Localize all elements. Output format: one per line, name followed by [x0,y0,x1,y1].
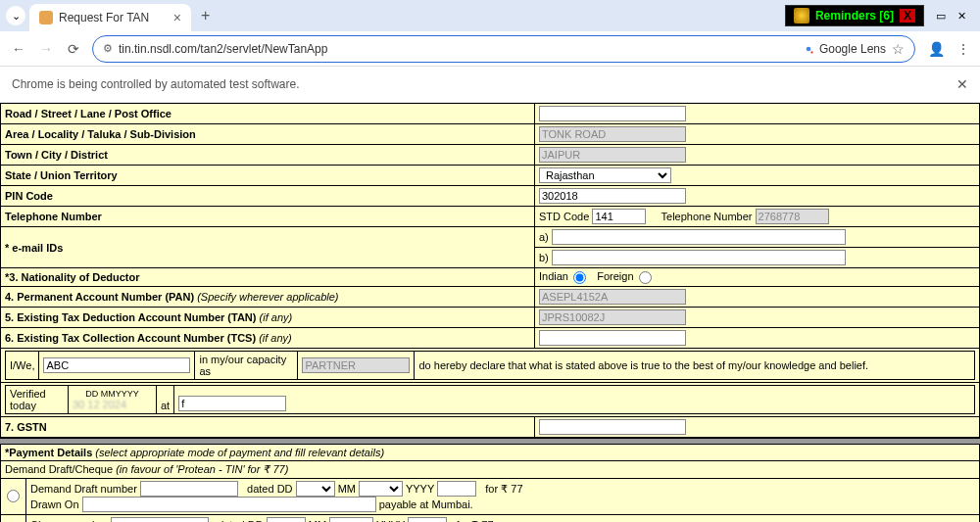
chrome-menu-button[interactable]: ⋮ [956,41,970,57]
url-text: tin.tin.nsdl.com/tan2/servlet/NewTanApp [119,42,802,56]
cheque-row: Cheque number dated DD MM YYYY for ₹ 77 … [26,514,980,522]
std-input[interactable] [592,209,646,224]
telephone-input[interactable] [756,209,829,224]
dd-dd-select[interactable] [296,481,335,497]
road-input[interactable] [539,106,686,121]
cheque-number-input[interactable] [111,517,209,522]
tab-dropdown[interactable]: ⌄ [6,6,25,25]
info-bar-close-icon[interactable]: ✕ [956,76,968,92]
nationality-indian-radio[interactable] [573,271,586,284]
dd-mm-select[interactable] [359,481,403,497]
lens-icon [802,42,815,56]
payment-dd-radio[interactable] [7,490,20,502]
state-select[interactable]: Rajasthan [539,167,671,183]
label-gstn: 7. GSTN [1,416,535,437]
tan-form: Road / Street / Lane / Post Office Area … [0,103,980,522]
declaration-row: I/We, in my/our capacity as do hereby de… [1,348,980,382]
payment-header: *Payment Details (select appropriate mod… [1,444,980,460]
tan-input[interactable] [539,309,686,325]
bookmark-icon[interactable]: ☆ [892,41,905,57]
gstn-input[interactable] [539,419,686,435]
dd-drawn-on-input[interactable] [82,497,376,512]
verified-place-input[interactable] [178,396,286,411]
tab-close-icon[interactable]: × [173,10,181,25]
window-restore-icon[interactable]: ▭ [936,10,946,23]
label-state: State / Union Territory [1,166,535,186]
label-area: Area / Locality / Taluka / Sub-Division [1,124,535,145]
tcs-input[interactable] [539,330,686,346]
svg-point-1 [810,51,812,53]
reminders-close-icon[interactable]: X [900,9,915,23]
label-tcs: 6. Existing Tax Collection Account Numbe… [1,327,535,348]
dd-number-input[interactable] [140,481,238,497]
label-town: Town / City / District [1,145,535,166]
cheque-yyyy-input[interactable] [408,517,447,522]
verified-row: Verified today DD MMYYYY30 12 2024 at [1,382,980,416]
label-pin: PIN Code [1,186,535,207]
tab-title: Request For TAN [59,11,173,24]
pin-input[interactable] [539,188,686,204]
label-pan: 4. Permanent Account Number (PAN) (Speci… [1,286,535,307]
browser-toolbar: ← → ⟳ ⚙ tin.tin.nsdl.com/tan2/servlet/Ne… [0,31,980,67]
label-nationality: *3. Nationality of Deductor [1,268,535,287]
dd-cheque-header: Demand Draft/Cheque (in favour of 'Prote… [1,460,980,478]
automation-info-bar: Chrome is being controlled by automated … [0,67,980,103]
new-tab-button[interactable]: + [201,7,210,24]
back-button[interactable]: ← [10,41,27,57]
email-a-input[interactable] [552,229,846,245]
pan-input[interactable] [539,289,686,305]
label-telephone: Telephone Number [1,207,535,227]
town-input[interactable] [539,147,686,163]
dd-yyyy-input[interactable] [437,481,476,497]
window-close-icon[interactable]: ✕ [957,10,966,23]
profile-button[interactable]: 👤 [925,38,947,60]
capacity-input[interactable] [302,357,410,373]
cheque-dd-select[interactable] [267,517,306,522]
site-settings-icon[interactable]: ⚙ [103,42,113,55]
reminders-widget[interactable]: Reminders [6] X [785,5,924,26]
svg-point-0 [807,46,811,51]
nationality-foreign-radio[interactable] [639,271,652,284]
forward-button[interactable]: → [37,41,55,57]
tab-favicon [39,11,53,24]
verified-date: 30 12 2024 [73,399,126,410]
label-tan: 5. Existing Tax Deduction Account Number… [1,307,535,327]
address-bar[interactable]: ⚙ tin.tin.nsdl.com/tan2/servlet/NewTanAp… [92,35,915,63]
reminders-icon [794,8,809,24]
google-lens-button[interactable]: Google Lens [802,42,886,56]
email-b-input[interactable] [552,250,846,265]
label-road: Road / Street / Lane / Post Office [1,104,535,124]
cheque-mm-select[interactable] [329,517,373,522]
area-input[interactable] [539,126,686,142]
reload-button[interactable]: ⟳ [65,41,82,57]
label-email: * e-mail IDs [1,227,535,268]
dd-row: Demand Draft number dated DD MM YYYY for… [26,478,980,514]
declarant-name-input[interactable] [43,357,190,373]
browser-tab[interactable]: Request For TAN × [29,4,191,31]
tab-bar: ⌄ Request For TAN × + Reminders [6] X ▭ … [0,0,980,31]
